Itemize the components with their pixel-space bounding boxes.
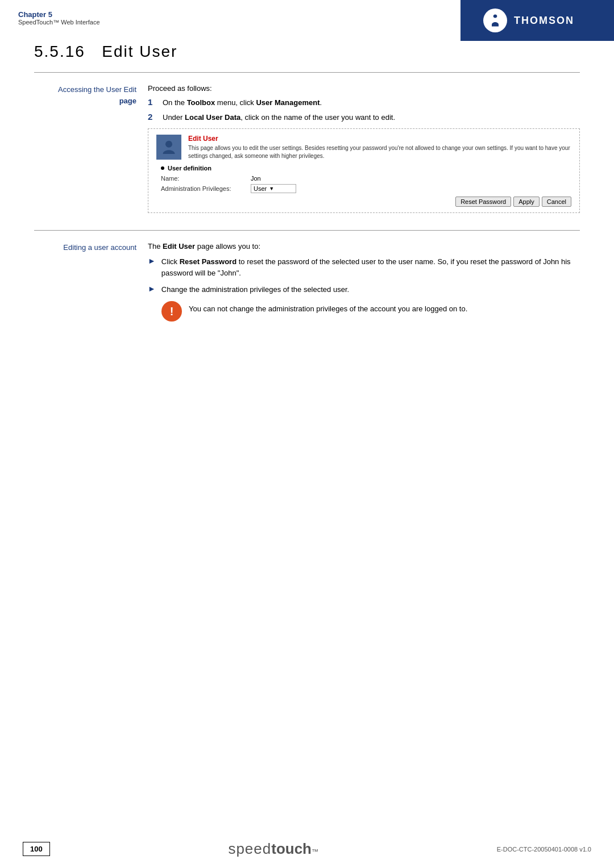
step-1: 1 On the Toolbox menu, click User Manage… [148,97,580,108]
admin-priv-row: Administration Privileges: User ▼ [161,184,571,193]
proceed-text: Proceed as follows: [148,84,580,93]
name-field-row: Name: Jon [161,175,571,182]
section2-divider [34,230,580,231]
admin-priv-select[interactable]: User ▼ [251,184,296,193]
header-bar: THOMSON [460,0,614,41]
footer-speedtouch-logo: speedtouch™ [228,840,318,858]
page-footer: 100 speedtouch™ E-DOC-CTC-20050401-0008 … [0,830,614,868]
arrow-bullet-2: ► [148,284,156,293]
step-num-1: 1 [148,97,158,107]
footer-doc-number: E-DOC-CTC-20050401-0008 v1.0 [497,846,591,853]
editing-label: Editing a user account [34,242,136,253]
cancel-button[interactable]: Cancel [542,197,571,207]
user-icon-box [156,135,181,160]
interface-edit-user-title: Edit User [188,135,571,143]
user-def-header: User definition [161,165,571,172]
footer-logo-speed: speed [228,840,271,858]
user-definition-section: User definition Name: Jon Administration… [161,165,571,207]
feature-item-2: ► Change the administration privileges o… [148,284,580,295]
accessing-label-line1: Accessing the User Edit [58,85,136,94]
thomson-logo-text: THOMSON [514,15,574,27]
editing-content: The Edit User page allows you to: ► Clic… [148,242,580,322]
page-number: 100 [23,842,50,856]
footer-logo-tm: ™ [312,848,318,856]
button-row: Reset Password Apply Cancel [161,197,571,207]
svg-point-0 [165,141,172,148]
step-num-2: 2 [148,112,158,122]
select-arrow-icon: ▼ [269,186,274,191]
page-title: 5.5.16 Edit User [34,43,580,61]
editing-label-col: Editing a user account [34,242,148,322]
feature-text-1: Click Reset Password to reset the passwo… [161,256,580,278]
section-editing: Editing a user account The Edit User pag… [34,242,580,322]
step-text-2: Under Local User Data, click on the name… [163,112,395,123]
arrow-bullet-1: ► [148,256,156,265]
apply-button[interactable]: Apply [513,197,540,207]
edit-user-allows-text: The Edit User page allows you to: [148,242,580,251]
feature-text-2: Change the administration privileges of … [161,284,349,295]
section-content-right: Proceed as follows: 1 On the Toolbox men… [148,84,580,219]
section-label-left: Accessing the User Edit page [34,84,148,219]
edit-user-header-row: Edit User This page allows you to edit t… [156,135,571,160]
name-label: Name: [161,175,246,182]
bullet-dot [161,166,164,170]
interface-edit-user-desc: This page allows you to edit the user se… [188,144,571,160]
footer-logo-touch: touch [271,840,312,858]
admin-priv-value: User [254,185,267,192]
chapter-info: Chapter 5 SpeedTouch™ Web Interface [18,10,100,26]
accessing-label-line2: page [119,97,136,105]
warning-text: You can not change the administration pr… [189,301,467,315]
chapter-title: Chapter 5 [18,10,100,19]
interface-mockup: Edit User This page allows you to edit t… [148,128,580,213]
exclamation-mark: ! [170,306,174,317]
user-def-title: User definition [168,165,211,172]
chapter-subtitle: SpeedTouch™ Web Interface [18,19,100,26]
step-2: 2 Under Local User Data, click on the na… [148,112,580,123]
section-divider [34,72,580,73]
warning-icon: ! [161,301,182,322]
feature-item-1: ► Click Reset Password to reset the pass… [148,256,580,278]
step-text-1: On the Toolbox menu, click User Manageme… [163,97,322,108]
feature-list: ► Click Reset Password to reset the pass… [148,256,580,295]
thomson-logo-circle [483,9,507,32]
main-content: Accessing the User Edit page Proceed as … [0,72,614,322]
name-value: Jon [251,175,261,182]
reset-password-button[interactable]: Reset Password [455,197,511,207]
section-accessing: Accessing the User Edit page Proceed as … [34,84,580,219]
admin-priv-label: Administration Privileges: [161,185,246,192]
warning-box: ! You can not change the administration … [161,301,580,322]
